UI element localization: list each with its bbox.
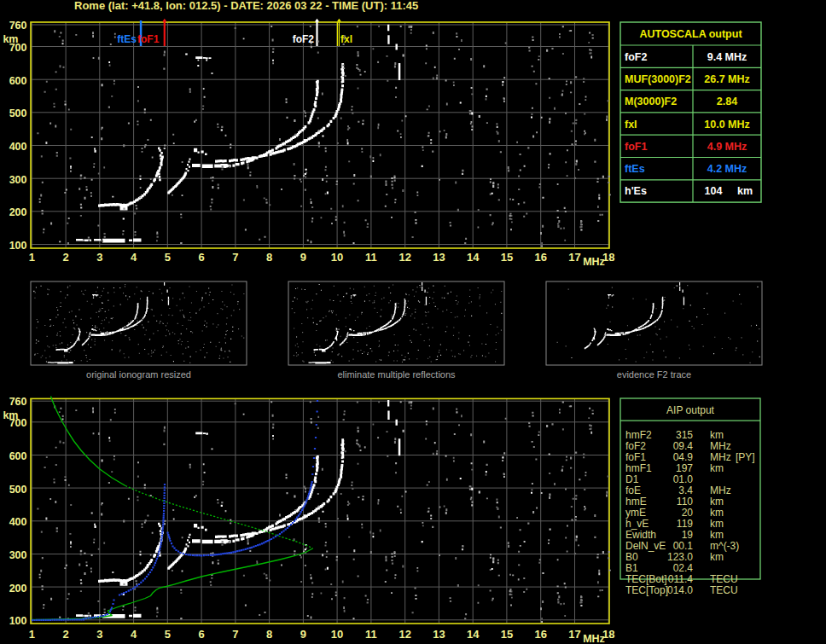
svg-text:fxI: fxI	[625, 119, 637, 131]
svg-text:foF1: foF1	[625, 141, 647, 153]
svg-text:9: 9	[300, 251, 306, 264]
svg-text:4: 4	[131, 251, 137, 264]
svg-text:13: 13	[433, 251, 445, 264]
svg-text:foF1: foF1	[137, 33, 160, 45]
svg-text:km: km	[710, 462, 724, 474]
svg-text:original ionogram resized: original ionogram resized	[86, 369, 191, 380]
svg-text:m^(-3): m^(-3)	[710, 540, 739, 552]
svg-text:14: 14	[467, 628, 480, 641]
svg-text:hmF2: hmF2	[625, 429, 652, 441]
svg-text:1: 1	[29, 251, 35, 264]
svg-text:ftEs: ftEs	[117, 33, 137, 45]
svg-text:00.1: 00.1	[673, 540, 694, 552]
svg-text:09.4: 09.4	[673, 440, 694, 452]
svg-text:evidence F2 trace: evidence F2 trace	[617, 369, 691, 380]
svg-text:Ewidth: Ewidth	[625, 529, 656, 541]
svg-text:17: 17	[568, 628, 580, 641]
svg-text:6: 6	[198, 628, 204, 641]
svg-text:014.0: 014.0	[667, 584, 693, 596]
svg-text:11: 11	[365, 628, 377, 641]
svg-text:197: 197	[676, 462, 693, 474]
svg-text:5: 5	[165, 628, 171, 641]
svg-text:01.0: 01.0	[673, 473, 694, 485]
svg-text:04.9: 04.9	[673, 451, 694, 463]
svg-text:MHz: MHz	[710, 451, 731, 463]
svg-text:300: 300	[9, 549, 27, 561]
svg-text:hmE: hmE	[625, 496, 647, 508]
svg-text:20: 20	[682, 507, 694, 519]
svg-text:15: 15	[501, 628, 513, 641]
svg-text:ftEs: ftEs	[625, 163, 645, 175]
svg-text:4.9 MHz: 4.9 MHz	[707, 141, 747, 153]
svg-text:200: 200	[9, 206, 27, 218]
svg-text:AIP output: AIP output	[666, 404, 714, 416]
svg-text:foF2: foF2	[625, 51, 647, 63]
svg-text:2: 2	[62, 628, 68, 641]
svg-text:MHz: MHz	[583, 633, 605, 644]
svg-text:760: 760	[9, 20, 27, 32]
svg-text:B0: B0	[625, 551, 638, 563]
svg-text:8: 8	[266, 628, 272, 641]
svg-text:km: km	[710, 507, 724, 519]
svg-text:8: 8	[266, 251, 272, 264]
svg-text:2: 2	[62, 251, 68, 264]
svg-text:eliminate multiple reflections: eliminate multiple reflections	[337, 369, 456, 380]
svg-text:200: 200	[9, 583, 27, 595]
svg-text:500: 500	[9, 484, 27, 496]
svg-text:100: 100	[9, 240, 27, 252]
svg-text:500: 500	[9, 107, 27, 119]
svg-text:11: 11	[365, 251, 377, 264]
svg-text:12: 12	[398, 628, 410, 641]
svg-text:3.4: 3.4	[678, 484, 693, 496]
svg-text:10: 10	[331, 251, 343, 264]
svg-text:2.84: 2.84	[717, 96, 737, 107]
svg-text:315: 315	[676, 429, 693, 441]
svg-text:011.4: 011.4	[668, 573, 693, 585]
svg-text:13: 13	[433, 628, 445, 641]
svg-text:760: 760	[9, 396, 27, 408]
svg-text:km: km	[3, 409, 18, 421]
svg-text:17: 17	[568, 251, 580, 264]
svg-text:300: 300	[9, 174, 27, 186]
svg-text:12: 12	[398, 251, 410, 264]
svg-text:km: km	[710, 551, 724, 563]
svg-text:7: 7	[232, 628, 238, 641]
svg-text:km: km	[737, 185, 753, 197]
svg-text:110: 110	[677, 496, 693, 508]
svg-text:MHz: MHz	[710, 440, 731, 452]
svg-text:km: km	[710, 496, 724, 508]
svg-text:14: 14	[467, 251, 480, 264]
svg-text:Rome (lat: +41.8, lon: 012.5): Rome (lat: +41.8, lon: 012.5) - DATE: 20…	[74, 0, 418, 12]
svg-text:foF1: foF1	[625, 451, 646, 463]
svg-text:foE: foE	[625, 484, 641, 496]
svg-text:TEC[Top]: TEC[Top]	[625, 584, 668, 596]
svg-text:9: 9	[300, 628, 306, 641]
svg-text:16: 16	[534, 628, 546, 641]
svg-text:[PY]: [PY]	[736, 451, 755, 463]
svg-text:26.7 MHz: 26.7 MHz	[704, 73, 750, 85]
svg-text:16: 16	[534, 251, 546, 264]
svg-text:10: 10	[331, 628, 343, 641]
svg-text:4.2 MHz: 4.2 MHz	[707, 163, 747, 175]
svg-text:600: 600	[9, 450, 27, 462]
svg-text:M(3000)F2: M(3000)F2	[625, 96, 677, 107]
svg-text:AUTOSCALA output: AUTOSCALA output	[639, 28, 742, 40]
svg-text:10.0 MHz: 10.0 MHz	[704, 119, 750, 131]
svg-text:15: 15	[501, 251, 513, 264]
svg-text:TEC[Bot]: TEC[Bot]	[625, 573, 667, 585]
svg-text:h'Es: h'Es	[625, 185, 647, 197]
svg-text:km: km	[3, 33, 18, 45]
svg-text:fxl: fxl	[340, 33, 352, 45]
svg-text:TECU: TECU	[710, 584, 738, 596]
svg-text:TECU: TECU	[710, 573, 738, 585]
svg-text:D1: D1	[625, 473, 639, 485]
svg-text:400: 400	[9, 141, 27, 153]
svg-text:h_vE: h_vE	[625, 518, 649, 530]
svg-text:104: 104	[705, 185, 723, 197]
svg-text:km: km	[710, 518, 724, 530]
svg-text:MHz: MHz	[583, 256, 605, 268]
svg-text:123.0: 123.0	[667, 551, 693, 563]
svg-text:7: 7	[232, 251, 238, 264]
svg-text:3: 3	[96, 628, 102, 641]
svg-text:ymE: ymE	[625, 507, 646, 519]
